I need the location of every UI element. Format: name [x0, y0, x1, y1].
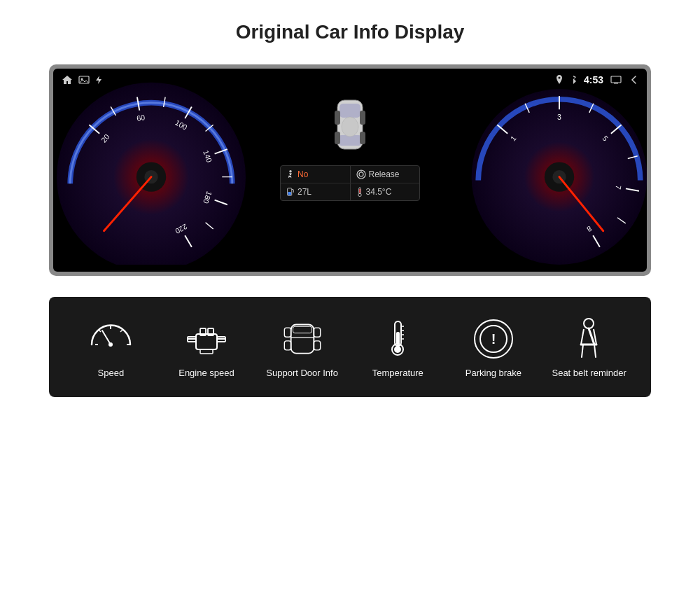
speedometer-icon [88, 320, 134, 359]
svg-point-50 [342, 117, 358, 137]
temp-small-icon [356, 187, 363, 197]
back-icon [629, 75, 638, 85]
center-area: No Release [273, 90, 427, 201]
info-row-2: 27L 34.5°C [281, 183, 419, 200]
seatbelt-reminder-label: Seat belt reminder [552, 367, 626, 380]
svg-line-94 [594, 345, 596, 357]
svg-rect-47 [360, 111, 365, 125]
svg-point-52 [359, 172, 363, 176]
status-time: 4:53 [584, 74, 603, 85]
svg-rect-78 [284, 340, 290, 349]
speed-label: Speed [98, 367, 125, 380]
svg-point-84 [394, 346, 401, 353]
svg-rect-74 [290, 324, 314, 353]
feature-parking-brake: ! Parking brake [455, 318, 532, 380]
svg-rect-3 [614, 83, 618, 84]
fuel-cell: 27L [281, 183, 350, 200]
svg-line-93 [582, 345, 583, 357]
seatbelt-icon-wrapper [565, 318, 614, 360]
parking-brake-label: Parking brake [465, 367, 522, 380]
page-title: Original Car Info Display [236, 21, 465, 43]
svg-rect-76 [284, 328, 290, 337]
svg-text:!: ! [491, 331, 496, 347]
door-info-label: Support Door Info [266, 367, 338, 380]
dashboard-wrapper: 4:53 [49, 64, 651, 276]
gauge-right: 1 3 5 7 8 [465, 76, 647, 265]
svg-rect-80 [293, 326, 312, 333]
seatbelt-icon [570, 317, 608, 362]
bluetooth-icon [570, 75, 577, 85]
seatbelt-cell: No [281, 166, 350, 183]
feature-seatbelt: Seat belt reminder [551, 318, 628, 380]
info-panel: No Release [280, 165, 420, 201]
fuel-small-icon [286, 187, 295, 197]
seatbelt-status: No [298, 169, 308, 179]
thermometer-icon [382, 318, 414, 360]
info-row-1: No Release [281, 166, 419, 183]
screen-icon [610, 76, 622, 84]
home-icon [62, 75, 73, 85]
svg-text:3: 3 [557, 113, 561, 121]
svg-point-60 [108, 342, 113, 347]
gauge-left: 20 60 100 140 180 220 [53, 76, 256, 265]
engine-icon-wrapper [182, 318, 231, 360]
temp-cell: 34.5°C [351, 183, 420, 200]
status-bar-right: 4:53 [556, 74, 638, 85]
car-top-view-icon [329, 97, 371, 160]
handbrake-cell: Release [351, 166, 420, 183]
speedometer-icon-wrapper [86, 318, 135, 360]
door-info-icon-wrapper [278, 318, 327, 360]
charging-icon [95, 75, 102, 85]
engine-icon [182, 320, 231, 359]
temp-status: 34.5°C [366, 187, 392, 197]
svg-line-59 [102, 331, 111, 345]
svg-rect-44 [340, 104, 360, 118]
feature-speed: Speed [72, 318, 149, 380]
feature-temperature: Temperature [359, 318, 436, 380]
dashboard-screen: 4:53 [53, 69, 647, 272]
svg-line-64 [99, 330, 101, 332]
svg-rect-55 [288, 192, 291, 195]
status-bar: 4:53 [53, 69, 647, 91]
parking-brake-icon-wrapper: ! [469, 318, 518, 360]
handbrake-status: Release [369, 169, 400, 179]
svg-point-92 [584, 319, 594, 328]
svg-rect-66 [196, 334, 217, 349]
svg-rect-46 [335, 111, 340, 125]
seatbelt-small-icon [286, 169, 295, 179]
svg-rect-58 [359, 189, 360, 193]
svg-rect-77 [314, 328, 320, 337]
svg-rect-2 [611, 76, 621, 83]
door-info-icon [278, 320, 327, 359]
handbrake-small-icon [356, 169, 366, 179]
svg-text:60: 60 [136, 113, 146, 123]
engine-speed-label: Engine speed [178, 367, 234, 380]
page-container: Original Car Info Display [0, 0, 700, 591]
svg-line-65 [120, 330, 122, 332]
features-section: Speed [49, 297, 651, 397]
status-bar-left [62, 75, 102, 85]
svg-rect-49 [360, 132, 365, 144]
location-icon [556, 75, 563, 85]
parking-brake-icon: ! [472, 318, 514, 360]
svg-rect-48 [335, 132, 340, 144]
fuel-status: 27L [298, 187, 312, 197]
temperature-label: Temperature [372, 367, 424, 380]
feature-engine-speed: Engine speed [168, 318, 245, 380]
thermometer-icon-wrapper [373, 318, 422, 360]
feature-door-info: Support Door Info [264, 318, 341, 380]
svg-rect-79 [314, 340, 320, 349]
wallpaper-icon [78, 75, 90, 85]
